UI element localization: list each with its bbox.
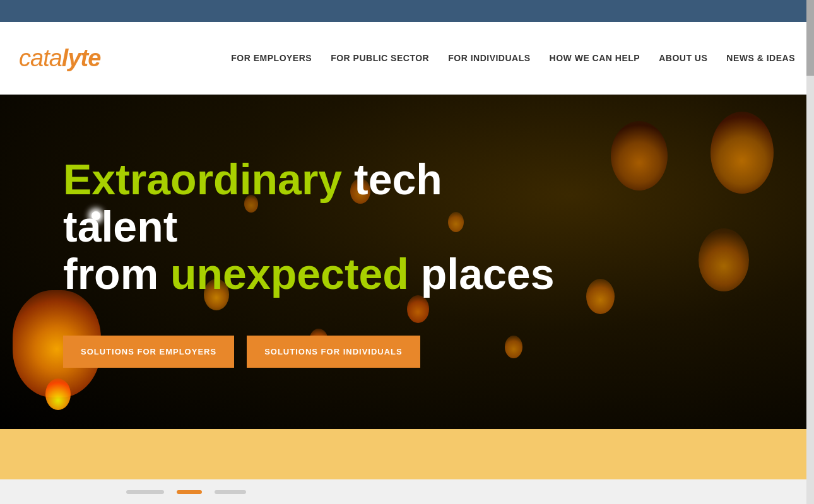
strip-item-1 (126, 490, 164, 494)
logo-cata: cata (19, 45, 62, 71)
lantern-2 (611, 121, 668, 190)
strip-item-2 (177, 490, 202, 494)
lantern-1 (711, 112, 774, 194)
logo-container[interactable]: catalyte (19, 45, 100, 72)
nav-header: catalyte FOR EMPLOYERS FOR PUBLIC SECTOR… (0, 22, 814, 95)
lantern-small-5 (586, 279, 615, 314)
nav-how-we-can-help[interactable]: HOW WE CAN HELP (550, 53, 640, 63)
bottom-yellow-section (0, 429, 814, 479)
hero-extraordinary: Extraordinary (63, 155, 342, 203)
solutions-for-individuals-button[interactable]: SOLUTIONS FOR INDIVIDUALS (247, 336, 420, 368)
nav-for-public-sector[interactable]: FOR PUBLIC SECTOR (331, 53, 429, 63)
nav-news-ideas[interactable]: NEWS & IDEAS (726, 53, 795, 63)
nav-for-employers[interactable]: FOR EMPLOYERS (231, 53, 312, 63)
lantern-flame (45, 378, 71, 410)
hero-buttons: SOLUTIONS FOR EMPLOYERS SOLUTIONS FOR IN… (63, 336, 568, 368)
hero-content: Extraordinary tech talent from unexpecte… (0, 156, 568, 367)
hero-from: from (63, 250, 170, 298)
logo: catalyte (19, 45, 100, 72)
logo-lyte: lyte (62, 45, 100, 71)
hero-line-2: from unexpected places (63, 250, 568, 298)
hero-places: places (409, 250, 555, 298)
nav-about-us[interactable]: ABOUT US (659, 53, 707, 63)
solutions-for-employers-button[interactable]: SOLUTIONS FOR EMPLOYERS (63, 336, 234, 368)
strip-item-3 (215, 490, 246, 494)
lantern-3 (699, 228, 749, 291)
hero-unexpected: unexpected (170, 250, 409, 298)
top-bar (0, 0, 814, 22)
hero-section: Extraordinary tech talent from unexpecte… (0, 95, 814, 429)
scrollbar-thumb[interactable] (806, 0, 814, 76)
page-bottom-strip (0, 479, 814, 504)
nav-for-individuals[interactable]: FOR INDIVIDUALS (448, 53, 530, 63)
hero-headline: Extraordinary tech talent from unexpecte… (63, 156, 568, 297)
hero-line-1: Extraordinary tech talent (63, 156, 568, 250)
nav-menu: FOR EMPLOYERS FOR PUBLIC SECTOR FOR INDI… (231, 53, 795, 63)
scrollbar-track[interactable] (806, 0, 814, 504)
